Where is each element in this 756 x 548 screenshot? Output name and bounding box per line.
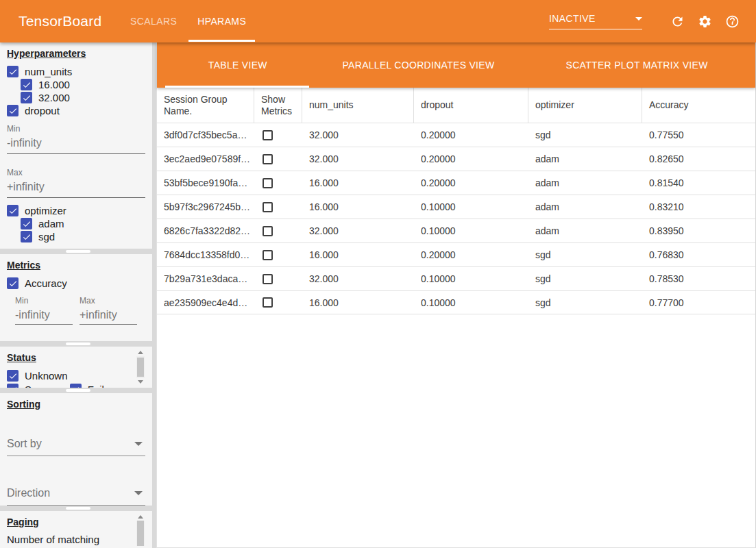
show-metrics-cell (254, 219, 302, 242)
scroll-up-icon[interactable] (138, 351, 143, 354)
show-metrics-checkbox[interactable] (263, 202, 273, 212)
table-row: ae235909ec4e4d…16.0000.10000sgd0.77700 (157, 290, 755, 314)
table-row: 3ec2aed9e07589f…32.0000.20000adam0.82650 (157, 147, 755, 171)
sidebar: Hyperparameters num_units16.00032.000dro… (0, 42, 156, 548)
show-metrics-checkbox[interactable] (263, 178, 273, 188)
optimizer-cell: sgd (528, 243, 642, 266)
paging-panel: Paging Number of matching session groups… (0, 511, 152, 548)
resize-handle[interactable] (66, 342, 90, 345)
sort-by-dropdown[interactable]: Sort by (7, 435, 145, 456)
checkbox-label: adam (38, 218, 64, 229)
scrollbar-thumb[interactable] (137, 358, 144, 377)
scrollbar-thumb[interactable] (137, 521, 144, 546)
scroll-up-icon[interactable] (138, 515, 143, 519)
checkbox-label: dropout (25, 105, 60, 116)
panel-divider (0, 506, 156, 511)
resize-handle[interactable] (66, 507, 90, 510)
direction-dropdown[interactable]: Direction (7, 484, 145, 506)
table-row: 3df0d7cf35bec5a…32.0000.20000sgd0.77550 (157, 123, 755, 147)
accuracy-cell: 0.78530 (642, 267, 755, 290)
show-metrics-checkbox[interactable] (263, 297, 273, 308)
tab-parallel-coordinates-view[interactable]: PARALLEL COORDINATES VIEW (319, 42, 519, 88)
run-status-dropdown[interactable]: INACTIVE (549, 13, 642, 29)
tab-hparams[interactable]: HPARAMS (187, 0, 256, 42)
scrollbar-track[interactable] (136, 521, 145, 546)
app-title: TensorBoard (0, 13, 120, 29)
checkbox-success[interactable]: Success (7, 383, 64, 388)
table-body: 3df0d7cf35bec5a…32.0000.20000sgd0.775503… (157, 123, 755, 314)
dropout-cell: 0.20000 (414, 171, 528, 195)
show-metrics-checkbox[interactable] (263, 130, 273, 140)
show-metrics-cell (254, 195, 302, 219)
checkbox-checked-icon (21, 231, 32, 242)
checkbox-checked-icon (7, 105, 19, 116)
session-group-name: 7b29a731e3daca… (157, 267, 254, 290)
checkbox-adam[interactable]: adam (21, 217, 145, 230)
table-row: 53bf5bece9190fa…16.0000.20000adam0.81540 (157, 171, 755, 195)
settings-gear-icon[interactable] (698, 14, 712, 29)
paging-heading: Paging (7, 516, 145, 527)
column-header-num-units: num_units (302, 88, 414, 123)
status-heading: Status (7, 352, 145, 363)
refresh-icon[interactable] (670, 14, 685, 29)
optimizer-cell: sgd (528, 267, 642, 290)
sort-by-value: Sort by (7, 438, 42, 449)
num-units-cell: 16.000 (302, 195, 414, 219)
max-label: Max (7, 168, 145, 177)
checkbox-16-000[interactable]: 16.000 (21, 78, 145, 91)
checkbox-32-000[interactable]: 32.000 (21, 91, 145, 104)
hparam-max-input[interactable]: +infinity (7, 177, 145, 198)
checkbox-optimizer[interactable]: optimizer (7, 204, 145, 217)
optimizer-cell: sgd (528, 291, 642, 314)
checkbox-checked-icon (7, 384, 19, 388)
hparam-min-field: Min -infinity (7, 124, 145, 154)
scrollbar-track[interactable] (136, 356, 145, 378)
resize-handle[interactable] (66, 389, 90, 392)
dropout-cell: 0.10000 (414, 195, 528, 219)
show-metrics-checkbox[interactable] (263, 274, 273, 284)
hparam-checkbox-list: num_units16.00032.000dropout (7, 65, 145, 117)
checkbox-checked-icon (21, 92, 32, 103)
session-group-name: 6826c7fa3322d82… (157, 219, 254, 242)
chevron-down-icon (635, 17, 642, 21)
min-label: Min (15, 296, 73, 306)
checkbox-num-units[interactable]: num_units (7, 65, 145, 78)
status-panel: Status UnknownSuccessFailureRunning (0, 347, 152, 388)
show-metrics-cell (254, 267, 302, 290)
tab-scatter-plot-matrix-view[interactable]: SCATTER PLOT MATRIX VIEW (518, 42, 755, 88)
show-metrics-checkbox[interactable] (263, 226, 273, 236)
checkbox-label: Success (25, 384, 64, 388)
checkbox-label: 16.000 (38, 79, 70, 90)
column-header-session-group-name-: Session Group Name. (157, 88, 254, 123)
dropout-cell: 0.10000 (414, 291, 528, 314)
direction-value: Direction (7, 487, 50, 499)
metric-min-input[interactable]: -infinity (15, 306, 73, 325)
resize-handle[interactable] (66, 250, 90, 253)
sorting-heading: Sorting (7, 399, 145, 410)
tab-table-view[interactable]: TABLE VIEW (157, 42, 319, 88)
checkbox-label: Failure (88, 384, 119, 388)
checkbox-sgd[interactable]: sgd (21, 230, 145, 243)
toolbar-actions: INACTIVE (549, 0, 756, 42)
checkbox-failure[interactable]: Failure (70, 383, 119, 388)
run-status-value: INACTIVE (549, 13, 596, 24)
status-scrollbar[interactable] (136, 349, 145, 386)
checkbox-label: Unknown (25, 370, 68, 382)
tab-scalars[interactable]: SCALARS (120, 0, 187, 42)
checkbox-dropout[interactable]: dropout (7, 104, 145, 117)
checkbox-unknown[interactable]: Unknown (7, 369, 68, 382)
checkbox-accuracy[interactable]: Accuracy (7, 277, 145, 290)
show-metrics-checkbox[interactable] (263, 154, 273, 164)
dropout-cell: 0.20000 (414, 147, 528, 171)
metric-max-input[interactable]: +infinity (80, 306, 137, 325)
scroll-down-icon[interactable] (138, 380, 143, 384)
paging-scrollbar[interactable] (136, 513, 145, 546)
paging-info-text: Number of matching session groups: 8 (7, 534, 129, 548)
optimizer-cell: adam (528, 195, 642, 219)
accuracy-cell: 0.77550 (642, 123, 755, 147)
hparam-min-input[interactable]: -infinity (7, 134, 145, 154)
show-metrics-checkbox[interactable] (263, 250, 273, 260)
tensorboard-app: TensorBoard SCALARS HPARAMS INACTIVE (0, 0, 756, 548)
help-icon[interactable] (725, 14, 740, 29)
status-checkbox-list: UnknownSuccessFailureRunning (7, 369, 132, 388)
